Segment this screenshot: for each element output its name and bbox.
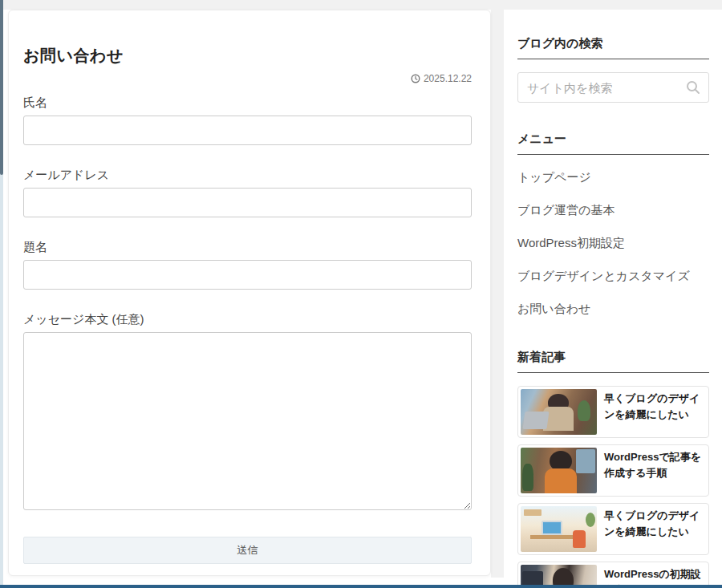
article-thumbnail (521, 448, 597, 493)
left-scrollbar-track[interactable] (0, 0, 3, 588)
menu-item-blog-basics[interactable]: ブログ運営の基本 (517, 194, 709, 227)
article-title: 早くブログのデザインを綺麗にしたい (604, 389, 706, 423)
page-title: お問い合わせ (23, 45, 472, 67)
search-input[interactable] (517, 72, 709, 103)
window-bottom-edge (0, 585, 722, 588)
article-thumbnail (521, 506, 597, 552)
publish-date-row: 2025.12.22 (23, 73, 472, 84)
contact-form: 氏名 メールアドレス 題名 メッセージ本文 (任意) 送信 (23, 95, 472, 564)
recent-article-list: 早くブログのデザインを綺麗にしたい WordPressで記事を作成する手順 早く… (517, 386, 709, 588)
menu-item-blog-design[interactable]: ブログデザインとカスタマイズ (517, 260, 709, 293)
menu-widget-heading: メニュー (517, 132, 709, 155)
article-title: 早くブログのデザインを綺麗にしたい (604, 506, 706, 540)
clock-icon (411, 74, 420, 83)
column-gap (491, 0, 504, 578)
magnifier-icon[interactable] (685, 79, 701, 95)
name-field[interactable] (23, 116, 472, 145)
menu-item-contact[interactable]: お問い合わせ (517, 293, 709, 326)
sidebar: ブログ内の検索 メニュー トップページ ブログ運営の基本 WordPress初期… (504, 10, 722, 588)
search-box (517, 72, 709, 103)
message-field-label: メッセージ本文 (任意) (23, 312, 472, 327)
recent-articles-heading: 新着記事 (517, 350, 709, 373)
subject-field-label: 題名 (23, 240, 472, 255)
subject-field[interactable] (23, 260, 472, 290)
article-title: WordPressで記事を作成する手順 (604, 448, 706, 481)
article-card[interactable]: 早くブログのデザインを綺麗にしたい (517, 386, 709, 438)
message-field[interactable] (23, 332, 472, 510)
submit-button[interactable]: 送信 (23, 537, 472, 564)
left-scrollbar-thumb[interactable] (0, 0, 3, 175)
search-widget-heading: ブログ内の検索 (517, 36, 709, 59)
article-card[interactable]: 早くブログのデザインを綺麗にしたい (517, 503, 709, 555)
article-thumbnail (521, 389, 597, 435)
page-background-strip (0, 0, 722, 10)
email-field-label: メールアドレス (23, 168, 472, 183)
email-field[interactable] (23, 188, 472, 217)
contact-page-card: お問い合わせ 2025.12.22 氏名 メールアドレス 題名 メッセージ本文 … (8, 10, 491, 576)
menu-list: トップページ ブログ運営の基本 WordPress初期設定 ブログデザインとカス… (517, 161, 709, 326)
article-card[interactable]: WordPressで記事を作成する手順 (517, 444, 709, 497)
menu-item-top-page[interactable]: トップページ (517, 161, 709, 194)
menu-item-wordpress-setup[interactable]: WordPress初期設定 (517, 227, 709, 260)
name-field-label: 氏名 (23, 95, 472, 111)
publish-date: 2025.12.22 (424, 73, 472, 84)
